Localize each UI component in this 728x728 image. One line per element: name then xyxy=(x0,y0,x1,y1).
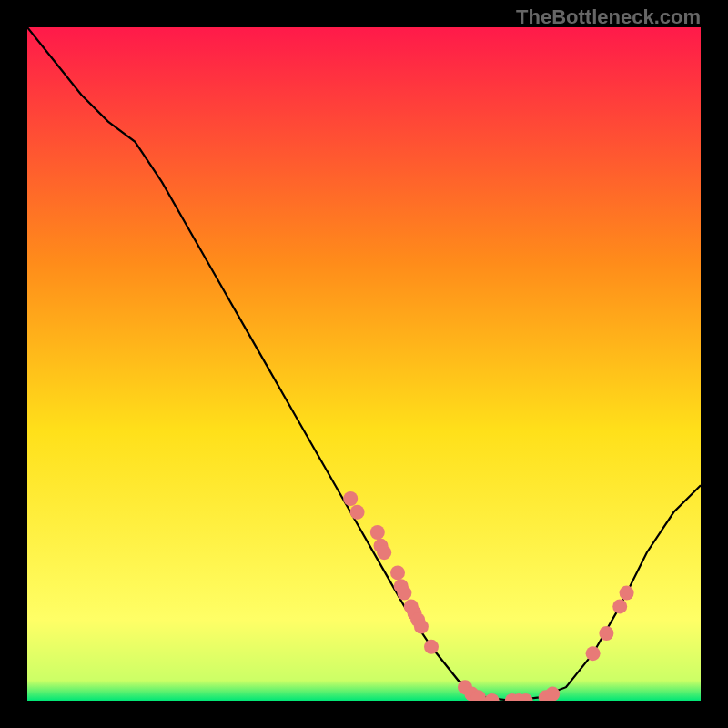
data-point xyxy=(545,687,560,701)
data-point xyxy=(612,599,627,613)
data-point xyxy=(397,586,411,601)
data-point xyxy=(424,640,439,654)
data-point xyxy=(370,525,385,540)
data-point xyxy=(586,646,601,661)
data-point xyxy=(390,565,405,580)
data-point xyxy=(599,626,613,641)
watermark-text: TheBottleneck.com xyxy=(516,5,701,29)
chart-container: TheBottleneck.com xyxy=(0,0,728,728)
plot-area xyxy=(27,27,701,701)
data-point xyxy=(343,491,358,506)
data-point xyxy=(350,505,365,520)
chart-svg xyxy=(27,27,701,701)
data-point xyxy=(414,620,429,634)
data-point xyxy=(620,586,634,601)
data-point xyxy=(377,545,391,560)
gradient-background xyxy=(27,27,701,701)
